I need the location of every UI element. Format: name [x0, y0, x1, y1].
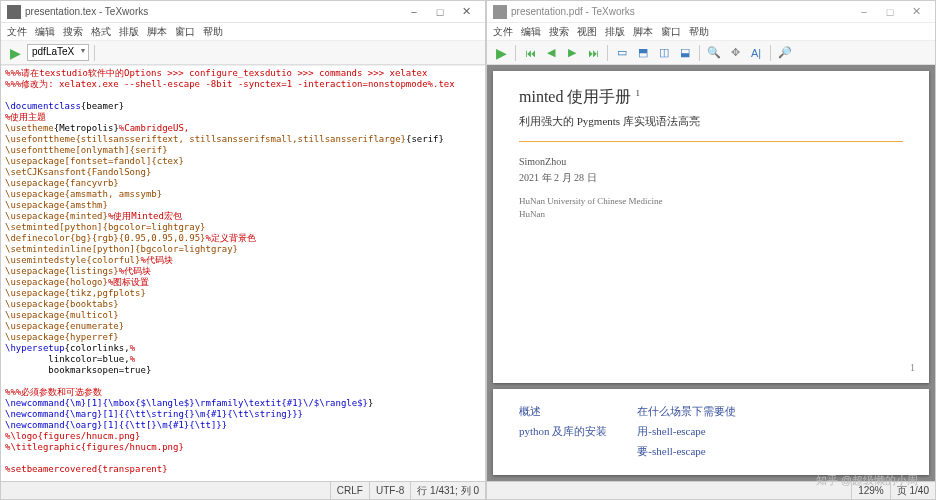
menu-file[interactable]: 文件	[493, 25, 513, 39]
pdf-page-1: minted 使用手册 1 利用强大的 Pygments 库实现语法高亮 Sim…	[493, 71, 929, 383]
window-title: presentation.tex - TeXworks	[25, 6, 148, 17]
menu-scripts[interactable]: 脚本	[147, 25, 167, 39]
window-title: presentation.pdf - TeXworks	[511, 6, 635, 17]
pdf-page-2: 概述 python 及库的安装 在什么场景下需要使 用-shell-escape…	[493, 389, 929, 475]
next-page-icon[interactable]: ▶	[563, 44, 581, 62]
close-button[interactable]: ✕	[903, 3, 929, 21]
typeset-button[interactable]: ▶	[492, 44, 510, 62]
footnote-marker: 1	[635, 88, 640, 98]
doc-date: 2021 年 2 月 28 日	[519, 171, 903, 185]
maximize-button[interactable]: □	[427, 3, 453, 21]
last-page-icon[interactable]: ⏭	[584, 44, 602, 62]
actual-size-icon[interactable]: ◫	[655, 44, 673, 62]
magnify-icon[interactable]: 🔍	[705, 44, 723, 62]
menu-window[interactable]: 窗口	[661, 25, 681, 39]
app-icon	[493, 5, 507, 19]
outline-item: 要-shell-escape	[637, 441, 736, 461]
fit-page-icon[interactable]: ⬓	[676, 44, 694, 62]
search-icon[interactable]: 🔎	[776, 44, 794, 62]
doc-institute: HuNan University of Chinese Medicine HuN…	[519, 195, 903, 221]
menu-file[interactable]: 文件	[7, 25, 27, 39]
doc-author: SimonZhou	[519, 156, 903, 167]
menu-edit[interactable]: 编辑	[521, 25, 541, 39]
menu-help[interactable]: 帮助	[689, 25, 709, 39]
doc-subtitle: 利用强大的 Pygments 库实现语法高亮	[519, 114, 903, 129]
minimize-button[interactable]: −	[851, 3, 877, 21]
menu-edit[interactable]: 编辑	[35, 25, 55, 39]
maximize-button[interactable]: □	[877, 3, 903, 21]
outline-item: python 及库的安装	[519, 421, 607, 441]
app-icon	[7, 5, 21, 19]
close-button[interactable]: ✕	[453, 3, 479, 21]
fit-width-icon[interactable]: ⬒	[634, 44, 652, 62]
fit-window-icon[interactable]: ▭	[613, 44, 631, 62]
outline-item: 概述	[519, 401, 607, 421]
pdf-viewer[interactable]: minted 使用手册 1 利用强大的 Pygments 库实现语法高亮 Sim…	[487, 65, 935, 481]
page-number: 1	[910, 362, 915, 373]
menu-format[interactable]: 格式	[91, 25, 111, 39]
menu-search[interactable]: 搜索	[63, 25, 83, 39]
menu-help[interactable]: 帮助	[203, 25, 223, 39]
first-page-icon[interactable]: ⏮	[521, 44, 539, 62]
typeset-button[interactable]: ▶	[6, 44, 24, 62]
source-editor[interactable]: %%%请在texstudio软件中的Options >>> configure_…	[1, 65, 485, 481]
status-cursor: 行 1/431; 列 0	[410, 482, 485, 499]
outline-item: 用-shell-escape	[637, 421, 736, 441]
menu-search[interactable]: 搜索	[549, 25, 569, 39]
status-lineending[interactable]: CRLF	[330, 482, 369, 499]
status-encoding[interactable]: UTF-8	[369, 482, 410, 499]
engine-dropdown[interactable]: pdfLaTeX	[27, 44, 89, 61]
minimize-button[interactable]: −	[401, 3, 427, 21]
doc-title: minted 使用手册	[519, 88, 635, 105]
menu-typeset[interactable]: 排版	[119, 25, 139, 39]
watermark: 知乎 @超级懒的小周	[816, 473, 918, 481]
menu-view[interactable]: 视图	[577, 25, 597, 39]
outline-item: 在什么场景下需要使	[637, 401, 736, 421]
menu-scripts[interactable]: 脚本	[633, 25, 653, 39]
scroll-icon[interactable]: ✥	[726, 44, 744, 62]
menu-typeset[interactable]: 排版	[605, 25, 625, 39]
text-select-icon[interactable]: A|	[747, 44, 765, 62]
menu-window[interactable]: 窗口	[175, 25, 195, 39]
prev-page-icon[interactable]: ◀	[542, 44, 560, 62]
